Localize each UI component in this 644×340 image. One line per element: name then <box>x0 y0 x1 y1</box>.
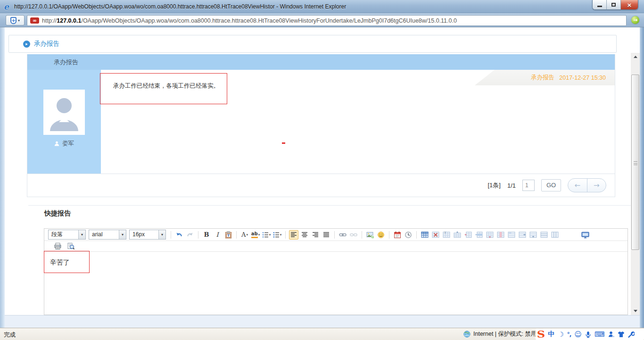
report-message-area: 承办报告 2017-12-27 15:30 承办工作已经结束，各项工作已经落实。 <box>101 70 615 174</box>
remove-link-icon[interactable] <box>349 230 358 240</box>
insert-column-icon[interactable] <box>485 230 495 240</box>
delete-column-icon[interactable] <box>496 230 505 240</box>
arrow-up-icon <box>634 56 637 58</box>
chevron-down-icon: ▾ <box>158 230 165 239</box>
chevron-down-icon: ▾ <box>18 18 20 23</box>
merge-cells-icon[interactable] <box>507 230 516 240</box>
breadcrumb-bullet-icon: ▸ <box>23 41 30 48</box>
numbered-list-icon[interactable]: ▾ <box>262 230 271 240</box>
close-button[interactable]: × <box>621 0 638 9</box>
bullet-list-icon[interactable]: ▾ <box>272 230 282 240</box>
svg-text:T: T <box>227 234 230 238</box>
paragraph-format-select[interactable]: 段落 ▾ <box>48 230 86 240</box>
table-column-layout-icon[interactable] <box>550 230 560 240</box>
insert-table-icon[interactable] <box>420 230 429 240</box>
scroll-up-button[interactable] <box>631 53 640 61</box>
ime-keyboard-icon[interactable]: ⌨ <box>594 330 605 339</box>
ime-fullwidth-icon[interactable]: ☽ <box>558 331 564 338</box>
pagination-go-button[interactable]: GO <box>541 179 561 191</box>
delete-row-icon[interactable] <box>474 230 484 240</box>
undo-icon[interactable] <box>174 230 184 240</box>
align-justify-icon[interactable] <box>322 230 331 240</box>
banner-label: 承办报告 <box>531 74 554 82</box>
print-icon[interactable] <box>53 241 62 251</box>
insert-emoticon-icon[interactable] <box>376 230 386 240</box>
site-favicon: ∞ <box>30 17 39 24</box>
address-bar: + ▾ ∞ http://127.0.0.1/OAapp/WebObjects/… <box>0 13 644 27</box>
page-number-input[interactable] <box>522 180 535 191</box>
internet-globe-icon <box>463 331 471 338</box>
print-preview-icon[interactable] <box>66 241 75 251</box>
report-message-text: 承办工作已经结束，各项工作已经落实。 <box>113 82 219 90</box>
font-family-select[interactable]: arial ▾ <box>89 230 126 240</box>
insert-image-icon[interactable] <box>365 230 375 240</box>
scroll-down-button[interactable] <box>631 307 640 315</box>
editor-content-area[interactable]: 辛苦了 <box>44 252 627 315</box>
align-right-icon[interactable] <box>311 230 320 240</box>
insert-link-icon[interactable] <box>338 230 347 240</box>
ime-emoticon-icon[interactable]: ☺ <box>574 330 582 339</box>
editor-text: 辛苦了 <box>50 258 70 267</box>
go-navigate-button[interactable]: → <box>631 16 639 24</box>
window-titlebar: e http://127.0.0.1/OAapp/WebObjects/OAap… <box>0 0 644 13</box>
toolbar-separator <box>389 231 389 239</box>
record-count: [1条] <box>487 181 500 190</box>
status-bar: 完成 Internet | 保护模式: 禁用 S 中 ☽ °, ☺ ⌨ m <box>0 328 644 340</box>
insert-cell-icon[interactable] <box>528 230 538 240</box>
paste-as-text-icon[interactable]: T <box>223 230 233 240</box>
row-properties-icon[interactable] <box>453 230 462 240</box>
status-text: 完成 <box>4 331 16 339</box>
add-favorites-button[interactable]: + ▾ <box>6 15 25 25</box>
insert-time-icon[interactable] <box>404 230 413 240</box>
ime-voice-icon[interactable] <box>585 331 591 338</box>
ime-login-icon[interactable]: m <box>608 331 614 338</box>
highlight-color-icon[interactable]: ab▾ <box>251 230 260 240</box>
toolbar-separator <box>416 231 417 239</box>
align-left-icon[interactable] <box>289 230 298 240</box>
sogou-logo-icon[interactable]: S <box>537 329 545 340</box>
report-panel: 承办报告 娄军 <box>27 54 615 197</box>
vertical-scrollbar[interactable] <box>631 53 640 315</box>
maximize-button[interactable] <box>607 0 621 9</box>
delete-table-icon[interactable] <box>431 230 440 240</box>
toolbar-separator <box>285 231 286 239</box>
author-name-row: 娄军 <box>27 140 101 148</box>
report-type-banner: 承办报告 2017-12-27 15:30 <box>475 70 615 85</box>
editor-toolbar-row2 <box>44 241 627 252</box>
cell-properties-icon[interactable]: T <box>442 230 451 240</box>
font-color-icon[interactable]: A▾ <box>240 230 249 240</box>
italic-icon[interactable]: I <box>213 230 222 240</box>
fullscreen-icon[interactable] <box>580 230 590 240</box>
next-page-button[interactable]: → <box>587 179 606 192</box>
user-icon <box>54 141 59 146</box>
ime-skin-icon[interactable] <box>618 331 625 338</box>
insert-row-icon[interactable] <box>463 230 473 240</box>
prev-page-button[interactable]: ← <box>568 179 587 192</box>
font-size-select[interactable]: 16px ▾ <box>129 230 166 240</box>
paragraph-format-value: 段落 <box>49 230 78 239</box>
insert-date-icon[interactable] <box>393 230 402 240</box>
banner-datetime: 2017-12-27 15:30 <box>559 75 606 81</box>
avatar <box>43 90 85 135</box>
author-name: 娄军 <box>62 140 74 148</box>
address-input[interactable]: ∞ http://127.0.0.1/OAapp/WebObjects/OAap… <box>27 15 627 26</box>
font-family-value: arial <box>89 230 119 239</box>
scrollbar-thumb[interactable] <box>631 75 639 250</box>
toolbar-separator <box>236 231 237 239</box>
editor-toolbar: 段落 ▾ arial ▾ 16px ▾ B I T <box>44 229 627 241</box>
redo-icon[interactable] <box>185 230 195 240</box>
table-row-layout-icon[interactable] <box>539 230 549 240</box>
ime-toolbar: S 中 ☽ °, ☺ ⌨ m <box>536 329 644 340</box>
svg-text:m: m <box>612 335 614 338</box>
rich-text-editor: 段落 ▾ arial ▾ 16px ▾ B I T <box>44 228 628 315</box>
ime-toolbox-icon[interactable] <box>628 331 635 338</box>
page-bottom-strip <box>5 315 640 328</box>
bold-icon[interactable]: B <box>202 230 211 240</box>
pager-arrows: ← → <box>568 178 606 192</box>
align-center-icon[interactable] <box>300 230 309 240</box>
ime-language-mode[interactable]: 中 <box>548 330 554 339</box>
minimize-button[interactable] <box>593 0 607 9</box>
url-text: http://127.0.0.1/OAapp/WebObjects/OAapp.… <box>42 17 457 24</box>
split-cells-icon[interactable] <box>518 230 527 240</box>
ime-punctuation-icon[interactable]: °, <box>567 331 571 338</box>
